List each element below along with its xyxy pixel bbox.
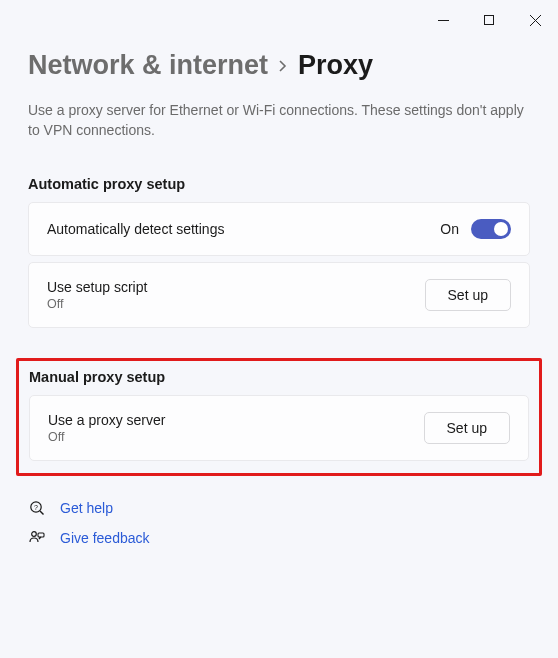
give-feedback-label: Give feedback <box>60 530 150 546</box>
minimize-button[interactable] <box>420 8 466 32</box>
page-description: Use a proxy server for Ethernet or Wi-Fi… <box>28 101 530 140</box>
window-titlebar <box>0 0 558 32</box>
get-help-label: Get help <box>60 500 113 516</box>
breadcrumb-parent[interactable]: Network & internet <box>28 50 268 81</box>
setup-script-state: Off <box>47 297 147 311</box>
setup-script-button[interactable]: Set up <box>425 279 511 311</box>
manual-section-highlight: Manual proxy setup Use a proxy server Of… <box>16 358 542 476</box>
svg-text:?: ? <box>34 504 38 511</box>
close-button[interactable] <box>512 8 558 32</box>
setup-script-label: Use setup script <box>47 279 147 295</box>
proxy-server-state: Off <box>48 430 165 444</box>
breadcrumb-current: Proxy <box>298 50 373 81</box>
breadcrumb: Network & internet Proxy <box>28 50 530 81</box>
manual-section-title: Manual proxy setup <box>29 369 529 385</box>
get-help-link[interactable]: ? Get help <box>28 500 530 516</box>
proxy-server-card: Use a proxy server Off Set up <box>29 395 529 461</box>
auto-detect-toggle[interactable] <box>471 219 511 239</box>
svg-point-7 <box>32 532 37 537</box>
svg-rect-1 <box>485 16 494 25</box>
auto-detect-state: On <box>440 221 459 237</box>
svg-line-5 <box>40 511 44 515</box>
proxy-server-setup-button[interactable]: Set up <box>424 412 510 444</box>
svg-rect-8 <box>38 533 44 537</box>
feedback-icon <box>28 530 46 546</box>
proxy-server-label: Use a proxy server <box>48 412 165 428</box>
setup-script-card: Use setup script Off Set up <box>28 262 530 328</box>
auto-detect-card: Automatically detect settings On <box>28 202 530 256</box>
maximize-button[interactable] <box>466 8 512 32</box>
auto-detect-label: Automatically detect settings <box>47 221 224 237</box>
help-icon: ? <box>28 500 46 516</box>
help-links: ? Get help Give feedback <box>28 500 530 546</box>
give-feedback-link[interactable]: Give feedback <box>28 530 530 546</box>
auto-section-title: Automatic proxy setup <box>28 176 530 192</box>
chevron-right-icon <box>278 59 288 73</box>
